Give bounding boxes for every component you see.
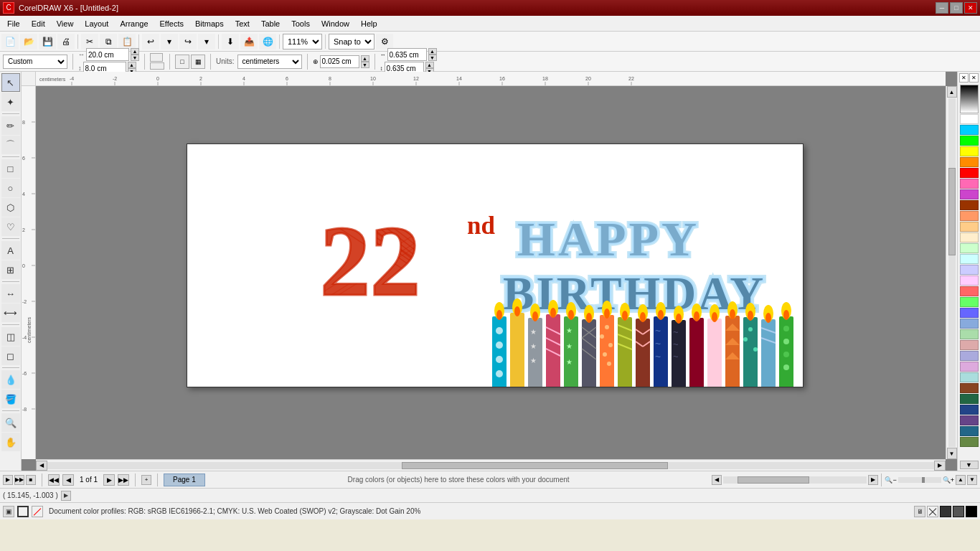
canvas-area[interactable]: centimeters -4 -2 0 2 4 6 8 10 12 (22, 72, 957, 471)
swatch-olive[interactable] (960, 437, 979, 447)
swatch-rose[interactable] (960, 340, 979, 350)
swatch-light-cyan[interactable] (960, 254, 979, 264)
open-button[interactable]: 📂 (20, 34, 37, 50)
menu-table[interactable]: Table (255, 16, 286, 32)
nudge-down[interactable]: ▼ (361, 62, 369, 68)
eyedropper-tool[interactable]: 💧 (1, 370, 20, 389)
zoom-tool[interactable]: 🔍 (1, 413, 20, 432)
swatch-blue[interactable] (960, 308, 979, 318)
table-tool[interactable]: ⊞ (1, 260, 20, 279)
swatch-cornflower[interactable] (960, 319, 979, 329)
no-fill-btn[interactable] (32, 506, 43, 517)
freehand-tool[interactable]: ✏ (1, 116, 20, 135)
window-controls[interactable]: ─ □ ✕ (936, 2, 977, 14)
close-button[interactable]: ✕ (964, 2, 977, 14)
h-scroll-track[interactable] (47, 462, 934, 469)
bottom-h-thumb[interactable] (738, 476, 809, 484)
gray-swatch-btn[interactable] (953, 506, 964, 517)
node-tool[interactable]: ✦ (1, 93, 20, 111)
v-scroll-thumb[interactable] (948, 168, 956, 255)
redo-dropdown[interactable]: ▾ (198, 34, 215, 50)
paint-bucket-tool[interactable]: 🪣 (1, 390, 20, 408)
dimension-tool[interactable]: ↔ (1, 284, 20, 303)
undo-dropdown[interactable]: ▾ (161, 34, 178, 50)
rectangle-tool[interactable]: □ (1, 159, 20, 178)
swatch-orchid[interactable] (960, 362, 979, 372)
nudge-input[interactable] (320, 55, 359, 68)
dark-fill-btn[interactable] (966, 506, 977, 517)
menu-effects[interactable]: Effects (154, 16, 189, 32)
next-page-btn[interactable]: ▶ (103, 474, 115, 486)
ellipse-tool[interactable]: ○ (1, 179, 20, 197)
swatch-periwinkle[interactable] (960, 351, 979, 361)
add-page-btn[interactable]: + (141, 475, 151, 485)
swatch-light-red[interactable] (960, 286, 979, 296)
palette-scroll-down[interactable]: ▼ (960, 461, 979, 469)
height-up[interactable]: ▲ (128, 62, 136, 68)
copy-button[interactable]: ⧉ (100, 34, 117, 50)
polygon-tool[interactable]: ⬡ (1, 198, 20, 217)
last-page-btn[interactable]: ▶▶ (118, 474, 129, 486)
gradient-swatch[interactable] (960, 85, 979, 113)
restore-button[interactable]: □ (950, 2, 963, 14)
outline-btn[interactable] (17, 506, 29, 517)
zoom-dropdown[interactable]: 111% 100% 75% 50% (283, 34, 322, 50)
zoom-out-btn[interactable]: 🔍− (885, 476, 896, 484)
menu-view[interactable]: View (51, 16, 80, 32)
v-scroll-track[interactable] (948, 98, 956, 447)
all-pages-btn[interactable]: ▦ (191, 55, 205, 69)
scroll-down-btn[interactable]: ▼ (947, 448, 957, 459)
swatch-purple[interactable] (960, 189, 979, 199)
publish-button[interactable]: 🌐 (259, 34, 276, 50)
swatch-dark-purple[interactable] (960, 415, 979, 425)
zoom-slider[interactable] (898, 477, 941, 483)
menu-text[interactable]: Text (230, 16, 255, 32)
swatch-peach[interactable] (960, 211, 979, 221)
cut-button[interactable]: ✂ (81, 34, 98, 50)
black-square-btn[interactable] (927, 506, 938, 517)
smart-draw-tool[interactable]: ⌒ (1, 136, 20, 154)
color-fill-btn[interactable]: ▣ (3, 506, 14, 517)
swatch-cream[interactable] (960, 232, 979, 242)
menu-layout[interactable]: Layout (79, 16, 114, 32)
current-page-btn[interactable]: □ (175, 55, 189, 69)
h-scroll-thumb[interactable] (402, 462, 668, 469)
scroll-down-small[interactable]: ▼ (967, 475, 977, 485)
import-button[interactable]: ⬇ (222, 34, 239, 50)
snap-dropdown[interactable]: Snap to (329, 34, 374, 50)
swatch-light-orange[interactable] (960, 222, 979, 232)
export-button[interactable]: 📤 (240, 34, 258, 50)
menu-bitmaps[interactable]: Bitmaps (189, 16, 230, 32)
color-swatch-btn[interactable] (940, 506, 951, 517)
prev-page-btn[interactable]: ◀ (62, 474, 74, 486)
zoom-slider-thumb[interactable] (922, 477, 925, 483)
units-dropdown[interactable]: centimeters inches pixels (237, 55, 302, 69)
scroll-right-small[interactable]: ▶ (868, 475, 878, 485)
monitor-btn[interactable]: 🖥 (914, 506, 925, 517)
menu-window[interactable]: Window (316, 16, 355, 32)
transparency-tool[interactable]: ◻ (1, 347, 20, 365)
dup-x-up[interactable]: ▲ (428, 48, 437, 55)
swatch-pink[interactable] (960, 179, 979, 189)
save-button[interactable]: 💾 (39, 34, 56, 50)
drawing-canvas[interactable]: 22 22 22 (36, 86, 946, 459)
swatch-brown[interactable] (960, 200, 979, 210)
bottom-h-track[interactable] (723, 476, 867, 484)
pan-tool[interactable]: ✋ (1, 433, 20, 451)
swatch-yellow[interactable] (960, 146, 979, 156)
zoom-in-btn[interactable]: 🔍+ (943, 476, 954, 484)
nav-stop-btn[interactable]: ■ (26, 475, 36, 485)
page-1-tab[interactable]: Page 1 (164, 474, 205, 486)
swatch-cyan[interactable] (960, 125, 979, 135)
nav-forward-btn[interactable]: ▶▶ (14, 475, 24, 485)
first-page-btn[interactable]: ◀◀ (48, 474, 60, 486)
palette-x2[interactable]: ✕ (969, 73, 979, 83)
menu-edit[interactable]: Edit (26, 16, 51, 32)
h-scrollbar[interactable]: ◀ ▶ (36, 459, 946, 471)
swatch-light-pink[interactable] (960, 276, 979, 286)
dup-x-down[interactable]: ▼ (428, 55, 437, 61)
undo-button[interactable]: ↩ (142, 34, 159, 50)
connector-tool[interactable]: ⟷ (1, 303, 20, 322)
swatch-powder-blue[interactable] (960, 372, 979, 382)
scroll-left-small[interactable]: ◀ (712, 475, 722, 485)
